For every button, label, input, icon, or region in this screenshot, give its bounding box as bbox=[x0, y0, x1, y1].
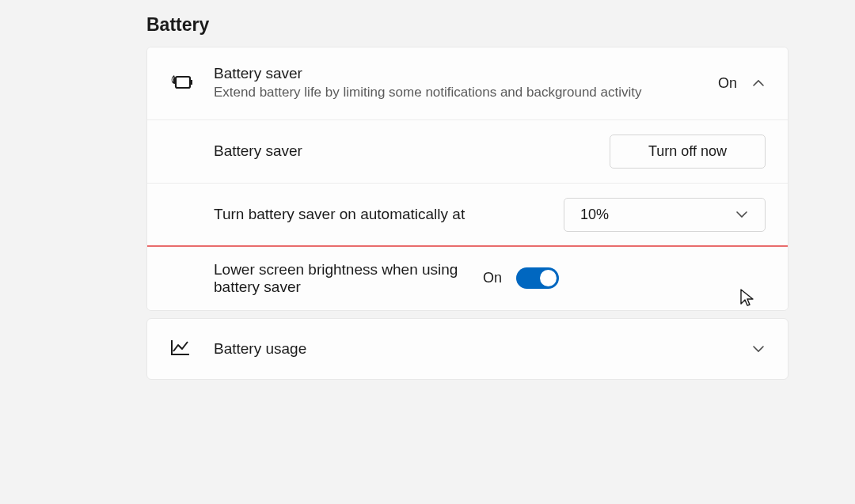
battery-saver-status: On bbox=[718, 75, 737, 92]
battery-saver-icon bbox=[169, 74, 198, 93]
battery-saver-header[interactable]: Battery saver Extend battery life by lim… bbox=[147, 47, 788, 120]
battery-usage-label: Battery usage bbox=[198, 340, 751, 358]
svg-rect-0 bbox=[176, 77, 190, 88]
svg-rect-1 bbox=[190, 80, 192, 85]
chevron-down-icon bbox=[735, 207, 749, 222]
battery-saver-auto-select[interactable]: 10% bbox=[564, 198, 766, 232]
chevron-up-icon bbox=[751, 76, 766, 90]
chart-icon bbox=[169, 338, 198, 360]
turn-off-now-button[interactable]: Turn off now bbox=[610, 135, 766, 169]
battery-usage-group: Battery usage bbox=[146, 318, 788, 380]
section-title: Battery bbox=[146, 14, 855, 36]
battery-saver-title: Battery saver bbox=[214, 65, 718, 82]
battery-saver-auto-value: 10% bbox=[580, 207, 609, 223]
battery-saver-auto-label: Turn battery saver on automatically at bbox=[214, 206, 564, 223]
battery-saver-group: Battery saver Extend battery life by lim… bbox=[146, 47, 788, 311]
battery-saver-toggle-row: Battery saver Turn off now bbox=[147, 120, 788, 184]
brightness-row: Lower screen brightness when using batte… bbox=[147, 247, 788, 310]
chevron-down-icon bbox=[751, 342, 766, 356]
brightness-label: Lower screen brightness when using batte… bbox=[214, 261, 483, 296]
highlight-annotation: Lower screen brightness when using batte… bbox=[146, 245, 788, 311]
brightness-toggle[interactable] bbox=[516, 267, 559, 289]
battery-saver-auto-row: Turn battery saver on automatically at 1… bbox=[147, 184, 788, 247]
battery-usage-row[interactable]: Battery usage bbox=[147, 319, 788, 379]
brightness-status: On bbox=[483, 270, 502, 286]
battery-saver-description: Extend battery life by limiting some not… bbox=[214, 84, 718, 102]
battery-saver-toggle-label: Battery saver bbox=[214, 142, 610, 160]
